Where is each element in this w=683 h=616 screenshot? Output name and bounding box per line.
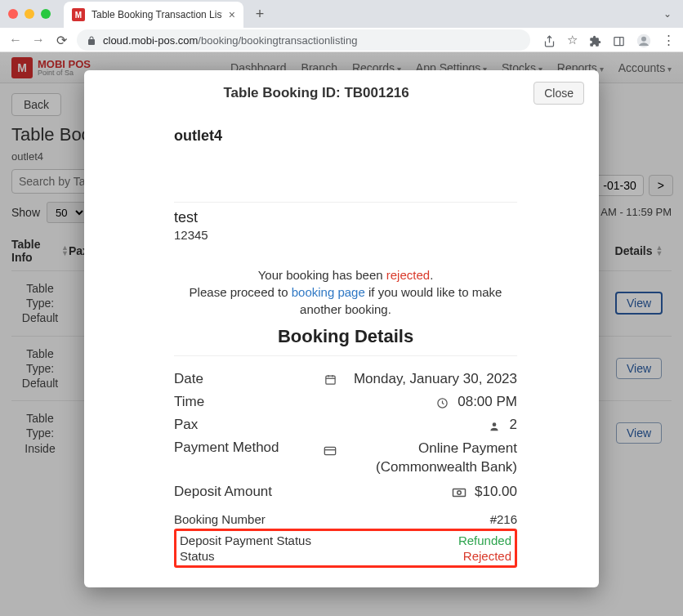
svg-point-14 — [458, 491, 462, 495]
panel-icon[interactable] — [613, 33, 625, 47]
address-bar: ← → ⟳ cloud.mobi-pos.com/booking/booking… — [0, 28, 683, 52]
nav-forward-icon: → — [31, 33, 46, 47]
divider — [174, 355, 517, 356]
booking-page-link[interactable]: booking page — [292, 285, 365, 299]
money-icon — [450, 484, 468, 498]
window-controls — [8, 9, 51, 19]
modal-header: Table Booking ID: TB001216 Close — [84, 70, 599, 114]
extensions-icon[interactable] — [589, 33, 601, 47]
bookmark-icon[interactable]: ☆ — [567, 33, 578, 47]
card-icon — [321, 442, 339, 458]
tab-close-icon[interactable]: × — [229, 8, 235, 21]
detail-status: Status Rejected — [180, 548, 511, 564]
detail-booking-number: Booking Number #216 — [174, 511, 517, 527]
svg-point-4 — [641, 36, 646, 41]
modal-body: outlet4 test 12345 Your booking has been… — [84, 127, 599, 568]
profile-icon[interactable] — [636, 32, 651, 47]
detail-deposit-payment-status: Deposit Payment Status Refunded — [180, 533, 511, 548]
close-window-icon[interactable] — [8, 9, 18, 19]
booking-details-list: Date Monday, January 30, 2023 Time 08:00… — [174, 368, 517, 568]
new-tab-button[interactable]: + — [248, 2, 271, 25]
lock-icon — [87, 34, 96, 47]
booking-modal: Table Booking ID: TB001216 Close outlet4… — [84, 70, 599, 587]
detail-deposit-amount: Deposit Amount $10.00 — [174, 480, 517, 503]
tab-favicon-icon: M — [72, 8, 85, 21]
calendar-icon — [321, 371, 339, 386]
svg-rect-1 — [614, 37, 623, 45]
menu-icon[interactable]: ⋮ — [663, 33, 675, 47]
status-message: Your booking has been rejected. Please p… — [174, 266, 517, 318]
detail-payment-method: Payment Method Online Payment (Commonwea… — [174, 436, 517, 480]
tab-strip: M Table Booking Transaction Listi × + ⌄ — [0, 0, 683, 28]
url-host: cloud.mobi-pos.com — [103, 34, 198, 47]
tab-title: Table Booking Transaction Listi — [92, 9, 222, 20]
nav-back-icon[interactable]: ← — [8, 33, 23, 47]
nav-reload-icon[interactable]: ⟳ — [54, 33, 69, 48]
browser-tab[interactable]: M Table Booking Transaction Listi × — [64, 2, 243, 28]
status-highlight-box: Deposit Payment Status Refunded Status R… — [174, 529, 517, 568]
detail-date: Date Monday, January 30, 2023 — [174, 368, 517, 391]
maximize-window-icon[interactable] — [41, 9, 51, 19]
detail-pax: Pax 2 — [174, 413, 517, 436]
person-icon — [485, 417, 503, 431]
detail-time: Time 08:00 PM — [174, 391, 517, 413]
svg-rect-5 — [325, 376, 334, 384]
url-path: /booking/bookingtransactionlisting — [198, 34, 357, 47]
customer-name: test — [174, 209, 517, 226]
divider — [174, 202, 517, 203]
svg-rect-13 — [453, 489, 466, 497]
booking-details-heading: Booking Details — [174, 326, 517, 347]
modal-title: Table Booking ID: TB001216 — [99, 85, 533, 101]
modal-outlet: outlet4 — [174, 127, 517, 145]
tab-dropdown-icon[interactable]: ⌄ — [663, 8, 672, 20]
clock-icon — [433, 395, 451, 409]
customer-phone: 12345 — [174, 228, 517, 242]
status-rejected: rejected — [386, 268, 430, 282]
browser-chrome: M Table Booking Transaction Listi × + ⌄ … — [0, 0, 683, 52]
svg-rect-11 — [324, 447, 335, 454]
close-button[interactable]: Close — [533, 82, 584, 105]
svg-point-10 — [492, 422, 496, 426]
minimize-window-icon[interactable] — [25, 9, 34, 19]
share-icon[interactable] — [543, 33, 556, 47]
url-field[interactable]: cloud.mobi-pos.com/booking/bookingtransa… — [77, 29, 530, 51]
